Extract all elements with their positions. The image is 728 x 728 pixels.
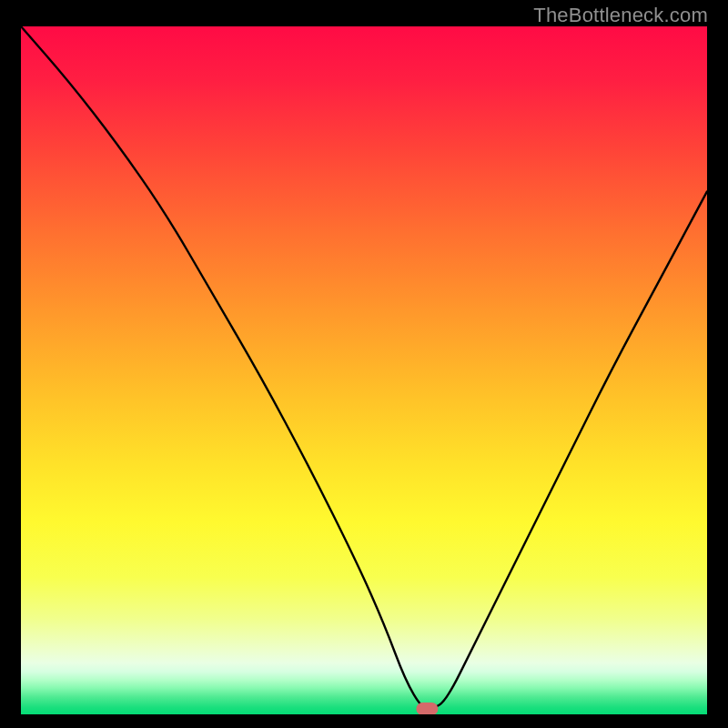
optimal-marker bbox=[416, 703, 438, 714]
svg-rect-0 bbox=[21, 26, 707, 714]
chart-container: TheBottleneck.com bbox=[0, 0, 728, 728]
bottleneck-chart bbox=[21, 26, 707, 714]
watermark-text: TheBottleneck.com bbox=[533, 4, 708, 27]
